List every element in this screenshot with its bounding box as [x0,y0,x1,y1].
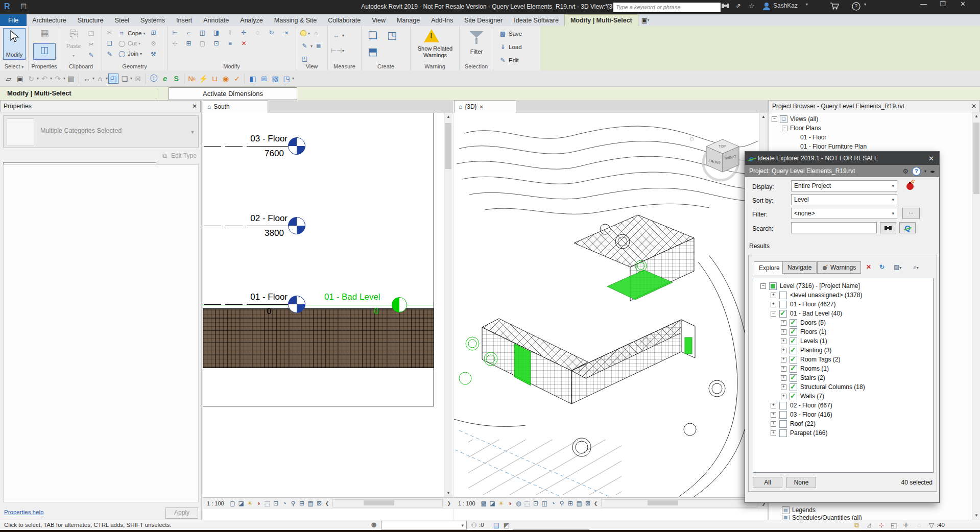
checkbox-unchecked[interactable] [779,429,787,437]
tree-row-structural-columns[interactable]: +Structural Columns (18) [753,382,865,392]
results-tree[interactable]: −Level (7316) - [Project Name] +<level u… [753,278,934,473]
tab-warnings[interactable]: Warnings [817,261,861,274]
browser-scrollbar[interactable]: ▲ ▼ [972,112,980,520]
scroll-up-icon[interactable]: ▲ [972,112,980,120]
copy-geometry-icon[interactable]: ❏ [105,39,114,47]
hide-box-icon[interactable]: ◰ [300,55,309,63]
bad-level-head-symbol[interactable] [392,297,407,312]
south-horizontal-scrollbar[interactable] [332,499,443,507]
user-name[interactable]: SashKaz [773,2,798,12]
ideate-explorer-dialog[interactable]: e Ideate Explorer 2019.1 - NOT FOR RESAL… [745,151,940,503]
redo-icon[interactable]: ↷ [53,74,63,84]
panel-label-view[interactable]: View [296,63,327,69]
worksharing-display-icon[interactable]: ⊞ [566,500,575,507]
tree-row-levels[interactable]: +Levels (1) [753,336,827,346]
ideate-import-icon[interactable]: ▧ [270,74,280,84]
crop-region-bottom[interactable] [203,406,434,406]
panel-label-geometry[interactable]: Geometry [102,63,167,69]
sun-path-icon[interactable]: ☀ [246,500,254,507]
ideate-query-button[interactable]: Q [899,222,916,233]
type-selector[interactable]: Multiple Categories Selected ▼ [3,115,199,148]
wall-joins-icon[interactable]: ⊗ [149,39,158,47]
ideate-edit-selection-button[interactable]: ✎Edit [498,55,522,65]
worksharing-display-icon[interactable]: ⊞ [298,500,306,507]
properties-palette-button[interactable]: ▦ [33,27,56,42]
user-avatar-icon[interactable] [763,2,770,12]
cut-tool[interactable]: Cut [128,40,137,46]
undo-icon[interactable]: ↶ [39,74,50,84]
level-head-symbol[interactable] [288,217,305,234]
checkbox-unchecked[interactable] [779,402,787,409]
checkbox-checked[interactable] [790,365,797,373]
tree-row-rooms[interactable]: +Rooms (1) [753,364,829,373]
tree-row-01-bad-level[interactable]: −01 - Bad Level (40) [753,309,842,318]
expand-icon[interactable]: + [781,338,786,344]
panel-label-clipboard[interactable]: Clipboard [60,63,102,69]
search-binoculars-button[interactable] [880,222,896,233]
copy-to-clipboard-icon[interactable]: ❏ [87,29,95,38]
tab-add-ins[interactable]: Add-Ins [425,14,459,26]
collapse-icon[interactable]: − [772,116,777,122]
create-group-icon[interactable]: ❏ [366,28,380,42]
checkbox-checked[interactable] [790,319,797,327]
checkbox-checked[interactable] [790,347,797,354]
help-icon[interactable]: ? [852,2,861,12]
delete-unused-icon[interactable]: ⊔ [209,74,220,84]
design-options-pick-icon[interactable]: ◩ [501,521,512,529]
tab-massing-site[interactable]: Massing & Site [269,14,322,26]
filter-more-button[interactable]: ... [902,208,920,219]
lock-3d-icon[interactable]: ◫ [540,500,549,507]
scroll-down-icon[interactable]: ▼ [444,489,452,497]
tab-systems[interactable]: Systems [135,14,171,26]
none-button[interactable]: None [786,477,816,488]
ideate-xref-icon[interactable]: ◳ [281,74,292,84]
temporary-hide-icon[interactable]: ◔ [549,500,558,507]
user-menu-chevron-icon[interactable]: ▾ [806,2,808,12]
reveal-hidden-icon[interactable]: ⚲ [289,500,298,507]
render-icon[interactable]: ◍ [514,500,523,507]
south-view-canvas[interactable]: 03 - Floor 7600 02 - Floor 3800 01 - Flo… [203,113,444,497]
modify-tool-button[interactable]: Modify [3,28,26,60]
tab-collaborate[interactable]: Collaborate [322,14,366,26]
detail-level-icon[interactable]: ▢ [228,500,237,507]
checkbox-checked[interactable] [790,383,797,391]
pin-icon[interactable]: ⊹ [171,39,179,47]
select-links-icon[interactable]: ⧉ [852,521,862,529]
browser-item-floor-plans[interactable]: − Floor Plans [782,124,821,133]
search-input[interactable]: Type a keyword or phrase [613,2,721,13]
ideate-load-selection-button[interactable]: ⇓Load [498,42,522,52]
checkbox-checked[interactable] [790,374,797,382]
view-3d-canvas[interactable]: ? [454,113,759,497]
tree-row-room-tags[interactable]: +Room Tags (2) [753,355,840,364]
unpin-icon[interactable]: ⊡ [212,39,221,47]
analytical-model-icon[interactable]: ⊠ [315,500,324,507]
paste-button[interactable]: ⎘ Paste▾ [62,28,85,60]
expand-icon[interactable]: + [771,430,776,436]
expand-icon[interactable]: + [771,293,776,298]
save-file-icon[interactable]: ▣ [15,74,25,84]
tree-row-planting[interactable]: +Planting (3) [753,346,831,355]
align-icon[interactable]: ⊢ [171,28,179,37]
design-options-icon[interactable]: ▤ [491,521,501,529]
show-related-warnings-label[interactable]: Show Related Warnings [411,45,460,59]
offset-icon[interactable]: ⌐ [184,28,193,37]
section-box-icon[interactable]: ◰ [108,74,118,84]
expand-icon[interactable]: + [771,421,776,427]
scroll-right-icon[interactable]: ❯ [447,501,451,506]
restore-button[interactable]: ❐ [940,0,955,14]
favorites-star-icon[interactable]: ☆ [749,2,755,12]
tree-row-roof[interactable]: +Roof (22) [753,419,816,428]
tab-structure[interactable]: Structure [72,14,109,26]
cope-tool[interactable]: Cope [128,30,142,36]
spell-check-icon[interactable]: ✓ [232,74,242,84]
project-browser-close-icon[interactable]: ✕ [971,101,976,112]
search-binoculars-icon[interactable] [721,2,730,12]
all-button[interactable]: All [753,477,782,488]
ribbon-display-toggle-icon[interactable]: ▣▾ [638,14,653,26]
tab-ideate-software[interactable]: Ideate Software [508,14,564,26]
info-icon[interactable]: ⓘ [149,74,159,84]
view3d-horizontal-scrollbar[interactable] [601,499,757,507]
tree-row-level-unassigned[interactable]: +<level unassigned> (1378) [753,291,862,300]
tab-insert[interactable]: Insert [171,14,198,26]
tab-architecture[interactable]: Architecture [27,14,72,26]
